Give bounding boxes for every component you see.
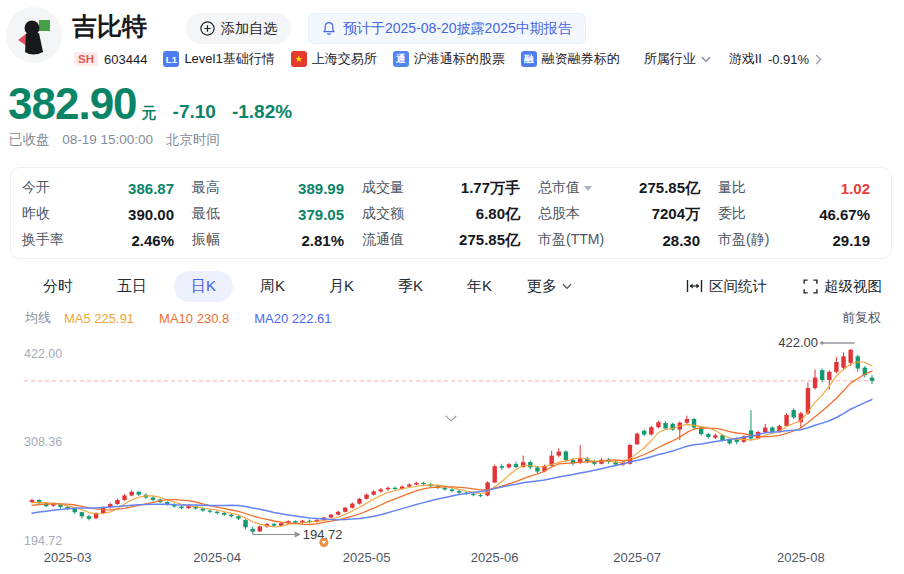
stat-value: 389.99	[298, 180, 344, 197]
market-status-row: 已收盘 08-19 15:00:00 北京时间	[9, 131, 229, 149]
more-periods-dropdown[interactable]: 更多	[527, 277, 572, 296]
stat-cell: 今开386.87	[22, 175, 174, 201]
tab-周K[interactable]: 周K	[243, 271, 302, 302]
tab-五日[interactable]: 五日	[100, 271, 164, 302]
price-change-percent: -1.82%	[232, 101, 292, 123]
candle-body	[343, 508, 347, 512]
tab-日K[interactable]: 日K	[174, 271, 233, 302]
candle-body	[635, 434, 639, 445]
candle-body	[336, 512, 340, 515]
stat-cell: 流通值275.85亿	[362, 227, 520, 253]
tag-sse-label: 上海交易所	[312, 50, 377, 68]
candle-body	[357, 499, 361, 504]
tag-margin-label: 融资融券标的	[542, 50, 620, 68]
sse-flag-icon: ★	[291, 51, 307, 67]
candle-body	[784, 415, 788, 426]
more-label: 更多	[527, 277, 557, 296]
last-price: 382.90	[8, 82, 137, 126]
candle-body	[236, 516, 240, 518]
stat-cell: 成交量1.77万手	[362, 175, 520, 201]
stat-label: 流通值	[362, 231, 404, 249]
candle-body	[692, 419, 696, 428]
industry-link[interactable]: 游戏II -0.91%	[729, 50, 822, 68]
stat-cell: 市盈(TTM)28.30	[538, 227, 700, 253]
stock-name: 吉比特	[72, 10, 147, 43]
plus-circle-icon	[200, 21, 215, 36]
candle-body	[115, 500, 119, 504]
stat-label: 市盈(静)	[718, 231, 769, 249]
stat-cell[interactable]: 总市值275.85亿	[538, 175, 700, 201]
ma-items: MA5 225.91MA10 230.8MA20 222.61	[64, 311, 357, 326]
quote-timestamp: 08-19 15:00:00	[62, 132, 153, 147]
candle-body	[656, 422, 660, 427]
stat-value: 28.30	[662, 232, 700, 249]
add-watchlist-label: 添加自选	[221, 20, 277, 38]
adjust-mode-toggle[interactable]: 前复权	[842, 309, 881, 327]
tab-月K[interactable]: 月K	[312, 271, 371, 302]
stat-cell: 成交额6.80亿	[362, 201, 520, 227]
tab-分时[interactable]: 分时	[26, 271, 90, 302]
candle-body	[293, 521, 297, 523]
stat-value: 390.00	[128, 206, 174, 223]
candle-body	[215, 512, 219, 513]
ma5-line	[32, 362, 872, 527]
chart-tools: 区间统计 超级视图	[686, 277, 882, 296]
ma-legend-ma10: MA10 230.8	[159, 311, 229, 326]
stat-cell: 委比46.67%	[718, 201, 870, 227]
candle-body	[443, 488, 447, 490]
stat-value: 2.46%	[131, 232, 174, 249]
tag-hk-connect-label: 沪港通标的股票	[414, 50, 505, 68]
stat-value: 2.81%	[301, 232, 344, 249]
candle-body	[208, 511, 212, 512]
stock-tags-row: SH 603444 L1 Level1基础行情 ★ 上海交易所 通 沪港通标的股…	[74, 49, 822, 69]
candle-body	[663, 423, 667, 428]
stat-cell: 总股本7204万	[538, 201, 700, 227]
candle-body	[848, 350, 852, 363]
candle-body	[407, 485, 411, 487]
candlestick-chart[interactable]: 422.00308.36194.72194.72422.002025-03202…	[0, 335, 904, 574]
candle-body	[557, 452, 561, 456]
stat-label: 总股本	[538, 205, 580, 223]
super-view-button[interactable]: 超级视图	[803, 277, 882, 296]
candle-body	[379, 489, 383, 491]
caret-down-icon[interactable]	[584, 186, 592, 191]
stat-label: 振幅	[192, 231, 220, 249]
x-axis-tick: 2025-03	[44, 550, 92, 565]
stat-value: 46.67%	[819, 206, 870, 223]
price-unit: 元	[142, 104, 157, 123]
candle-body	[791, 410, 795, 417]
stat-label: 最低	[192, 205, 220, 223]
candle-body	[706, 434, 710, 437]
range-stats-button[interactable]: 区间统计	[686, 277, 767, 296]
candle-body	[151, 498, 155, 500]
stat-cell: 量比1.02	[718, 175, 870, 201]
candle-body	[535, 467, 539, 471]
ma-legend-row: 均线 MA5 225.91MA10 230.8MA20 222.61 前复权	[25, 309, 881, 327]
add-watchlist-button[interactable]: 添加自选	[186, 13, 291, 44]
candle-body	[243, 520, 247, 527]
stock-logo	[6, 7, 62, 63]
candle-body	[564, 452, 568, 461]
candle-body	[386, 488, 390, 490]
report-notice-banner[interactable]: 预计于2025-08-20披露2025中期报告	[308, 13, 586, 44]
stat-label: 最高	[192, 179, 220, 197]
stat-cell: 最低379.05	[192, 201, 344, 227]
candle-body	[827, 372, 831, 380]
industry-dropdown[interactable]: 所属行业	[644, 50, 711, 68]
candle-body	[30, 500, 34, 502]
candle-body	[258, 526, 262, 531]
stat-label: 成交量	[362, 179, 404, 197]
candle-body	[122, 496, 126, 500]
industry-change: -0.91%	[768, 52, 809, 67]
stat-cell: 最高389.99	[192, 175, 344, 201]
stat-cell: 昨收390.00	[22, 201, 174, 227]
x-axis-tick: 2025-08	[777, 550, 825, 565]
candle-body	[80, 512, 84, 516]
candle-body	[421, 483, 425, 484]
stat-value: 379.05	[298, 206, 344, 223]
candle-body	[129, 492, 133, 496]
tab-季K[interactable]: 季K	[381, 271, 440, 302]
tab-年K[interactable]: 年K	[450, 271, 509, 302]
candle-body	[371, 491, 375, 494]
candle-body	[73, 509, 77, 512]
